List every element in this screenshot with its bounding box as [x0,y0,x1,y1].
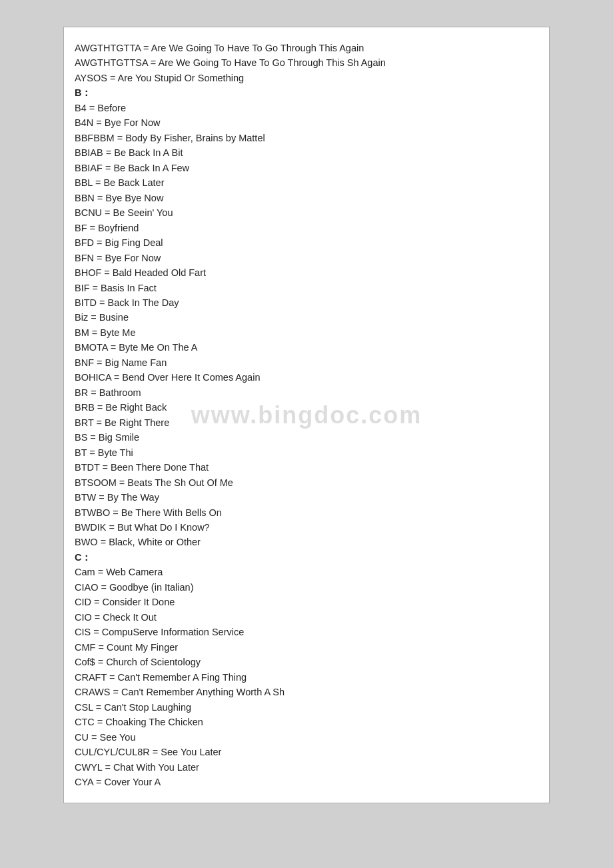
list-item: Cam = Web Camera [75,565,538,579]
list-item: BS = Big Smile [75,430,538,445]
list-item: BTWBO = Be There With Bells On [75,505,538,520]
list-item: BWDIK = But What Do I Know? [75,520,538,535]
list-item: BBN = Bye Bye Now [75,191,538,205]
list-item: CMF = Count My Finger [75,640,538,655]
list-item: CIS = CompuServe Information Service [75,625,538,639]
list-item: CUL/CYL/CUL8R = See You Later [75,745,538,759]
list-item: BITD = Back In The Day [75,295,538,310]
list-item: BMOTA = Byte Me On The A [75,340,538,355]
list-item: CYA = Cover Your A [75,775,538,789]
list-item: BR = Bathroom [75,385,538,400]
list-item: BFN = Bye For Now [75,251,538,265]
content-area: AWGTHTGTTA = Are We Going To Have To Go … [75,41,538,789]
list-item: AWGTHTGTTSA = Are We Going To Have To Go… [75,55,538,70]
document-container: www.bingdoc.com AWGTHTGTTA = Are We Goin… [63,27,550,803]
list-item: BBIAF = Be Back In A Few [75,161,538,175]
list-item: BRT = Be Right There [75,415,538,430]
list-item: Biz = Busine [75,310,538,325]
list-item: BT = Byte Thi [75,445,538,460]
list-item: B4N = Bye For Now [75,115,538,130]
list-item: BF = Boyfriend [75,221,538,235]
list-item: BCNU = Be Seein' You [75,205,538,220]
list-item: BTSOOM = Beats The Sh Out Of Me [75,475,538,490]
list-item: BBIAB = Be Back In A Bit [75,145,538,160]
list-item: CRAFT = Can't Remember A Fing Thing [75,670,538,685]
list-item: CID = Consider It Done [75,595,538,609]
list-item: BNF = Big Name Fan [75,355,538,370]
list-item: BTW = By The Way [75,490,538,505]
list-item: B： [75,85,538,100]
list-item: CIAO = Goodbye (in Italian) [75,580,538,595]
list-item: AWGTHTGTTA = Are We Going To Have To Go … [75,41,538,55]
list-item: CSL = Can't Stop Laughing [75,700,538,715]
list-item: CTC = Choaking The Chicken [75,715,538,729]
list-item: BHOF = Bald Headed Old Fart [75,265,538,280]
list-item: Cof$ = Church of Scientology [75,655,538,669]
list-item: BIF = Basis In Fact [75,281,538,295]
list-item: CU = See You [75,730,538,745]
list-item: AYSOS = Are You Stupid Or Something [75,71,538,85]
list-item: BWO = Black, White or Other [75,535,538,549]
list-item: BBFBBM = Body By Fisher, Brains by Matte… [75,131,538,145]
list-item: BTDT = Been There Done That [75,460,538,475]
list-item: BBL = Be Back Later [75,175,538,190]
list-item: CRAWS = Can't Remember Anything Worth A … [75,685,538,699]
list-item: CWYL = Chat With You Later [75,760,538,775]
list-item: B4 = Before [75,101,538,115]
list-item: C： [75,550,538,565]
list-item: BFD = Big Fing Deal [75,235,538,250]
list-item: BM = Byte Me [75,325,538,340]
list-item: BRB = Be Right Back [75,400,538,415]
list-item: BOHICA = Bend Over Here It Comes Again [75,370,538,385]
list-item: CIO = Check It Out [75,610,538,625]
